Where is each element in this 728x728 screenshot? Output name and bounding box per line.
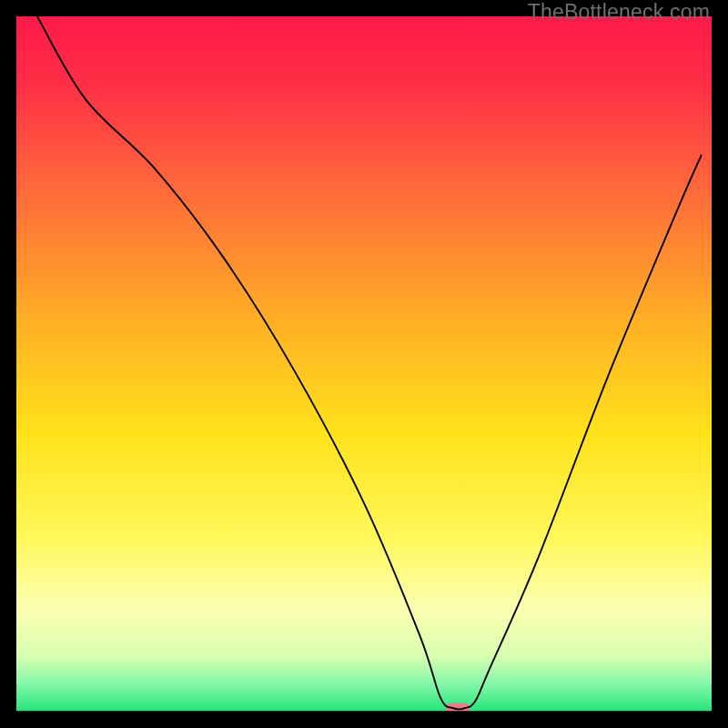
chart-frame: TheBottleneck.com (0, 0, 728, 728)
chart-background (16, 16, 712, 712)
watermark-text: TheBottleneck.com (528, 0, 710, 25)
bottleneck-chart (16, 16, 712, 712)
